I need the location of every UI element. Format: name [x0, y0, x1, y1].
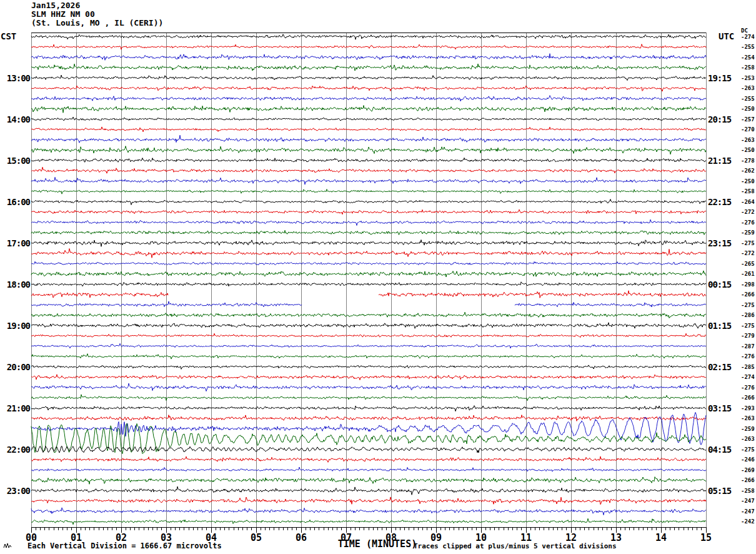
trace-row-47 — [31, 518, 706, 525]
trace-row-3 — [31, 64, 706, 71]
cst-label: 15:00 — [0, 156, 30, 166]
trace-row-13 — [31, 167, 706, 173]
trace-row-37 — [31, 415, 706, 421]
utc-label: 01:15 — [708, 321, 731, 331]
dc-value: -264 — [741, 199, 755, 205]
utc-label: 19:15 — [708, 73, 731, 83]
dc-value: -259 — [741, 229, 755, 236]
trace-row-11 — [31, 146, 706, 154]
dc-value: -278 — [741, 158, 755, 164]
dc-value: -286 — [741, 312, 755, 318]
trace-row-26 — [31, 301, 706, 307]
cst-label: 19:00 — [0, 321, 30, 331]
x-tick-label: 14 — [651, 532, 671, 543]
dc-value: -247 — [741, 498, 755, 504]
trace-row-12 — [31, 158, 706, 162]
trace-row-25 — [31, 291, 706, 298]
trace-row-15 — [31, 189, 706, 194]
dc-value: -266 — [741, 477, 755, 483]
title-location: (St. Louis, MO , IL (CERI)) — [31, 19, 163, 28]
helicorder-screen: Jan15,2026 SLM HHZ NM 00 (St. Louis, MO … — [0, 0, 756, 554]
dc-value: -255 — [741, 44, 755, 50]
dc-value: -246 — [741, 456, 755, 463]
dc-value: -255 — [741, 96, 755, 102]
trace-row-34 — [31, 383, 706, 391]
footer-scale-note: Each Vertical Division = 1666.67 microvo… — [27, 541, 222, 550]
dc-value: -263 — [741, 137, 755, 143]
dc-value: -253 — [741, 75, 755, 81]
dc-value: -250 — [741, 106, 755, 112]
trace-row-17 — [31, 209, 706, 214]
dc-column-header: DC — [741, 28, 748, 34]
dc-value: -258 — [741, 188, 755, 194]
dc-value: -266 — [741, 291, 755, 298]
dc-value: -285 — [741, 364, 755, 370]
trace-row-6 — [31, 96, 706, 101]
utc-label: 03:15 — [708, 403, 731, 413]
dc-value: -257 — [741, 116, 755, 123]
dc-value: -250 — [741, 178, 755, 184]
left-timezone-header: CST — [1, 31, 16, 41]
dc-value: -263 — [741, 85, 755, 91]
dc-value: -276 — [741, 219, 755, 226]
trace-row-1 — [31, 44, 706, 50]
dc-value: -247 — [741, 508, 755, 515]
trace-row-2 — [31, 54, 706, 61]
trace-row-44 — [31, 486, 706, 495]
trace-row-31 — [31, 354, 706, 359]
cst-label: 23:00 — [0, 486, 30, 496]
dc-value: -262 — [741, 168, 755, 174]
cst-label: 14:00 — [0, 114, 30, 124]
trace-row-23 — [31, 271, 706, 277]
dc-value: -261 — [741, 271, 755, 277]
dc-value: -242 — [741, 518, 755, 525]
dc-value: -279 — [741, 333, 755, 339]
utc-label: 02:15 — [708, 362, 731, 372]
dc-value: -258 — [741, 64, 755, 71]
dc-value: -259 — [741, 426, 755, 432]
cst-label: 16:00 — [0, 197, 30, 207]
trace-row-29 — [31, 333, 706, 337]
cst-label: 22:00 — [0, 445, 30, 455]
dc-value: -270 — [741, 126, 755, 133]
trace-row-10 — [31, 135, 706, 143]
trace-row-36 — [31, 406, 706, 411]
trace-row-42 — [31, 467, 706, 471]
trace-row-30 — [31, 343, 706, 348]
seismogram-plot — [0, 0, 756, 554]
trace-row-19 — [31, 230, 706, 234]
trace-row-32 — [31, 365, 706, 370]
utc-label: 21:15 — [708, 156, 731, 166]
logo-mark — [3, 542, 13, 550]
dc-value: -272 — [741, 209, 755, 215]
title-date: Jan15,2026 — [31, 1, 163, 10]
trace-row-9 — [31, 127, 706, 132]
dc-value: -272 — [741, 250, 755, 256]
plot-title: Jan15,2026 SLM HHZ NM 00 (St. Louis, MO … — [31, 1, 163, 28]
dc-value: -266 — [741, 395, 755, 401]
dc-value: -274 — [741, 374, 755, 380]
dc-value: -275 — [741, 323, 755, 329]
title-station: SLM HHZ NM 00 — [31, 10, 163, 19]
trace-row-22 — [31, 261, 706, 264]
trace-row-27 — [31, 312, 706, 318]
utc-label: 04:15 — [708, 445, 731, 455]
cst-label: 20:00 — [0, 362, 30, 372]
trace-row-21 — [31, 249, 706, 258]
utc-label: 22:15 — [708, 197, 731, 207]
dc-value: -263 — [741, 436, 755, 442]
trace-row-16 — [31, 199, 706, 205]
trace-row-46 — [31, 508, 706, 515]
trace-row-0 — [31, 34, 706, 39]
dc-value: -298 — [741, 281, 755, 288]
utc-label: 20:15 — [708, 114, 731, 124]
trace-row-33 — [31, 375, 706, 380]
trace-row-41 — [31, 456, 706, 462]
dc-value: -274 — [741, 34, 755, 40]
trace-row-14 — [31, 177, 706, 184]
dc-value: -254 — [741, 54, 755, 61]
utc-label: 05:15 — [708, 486, 731, 496]
dc-value: -276 — [741, 385, 755, 391]
trace-row-43 — [31, 477, 706, 485]
trace-row-7 — [31, 106, 706, 113]
